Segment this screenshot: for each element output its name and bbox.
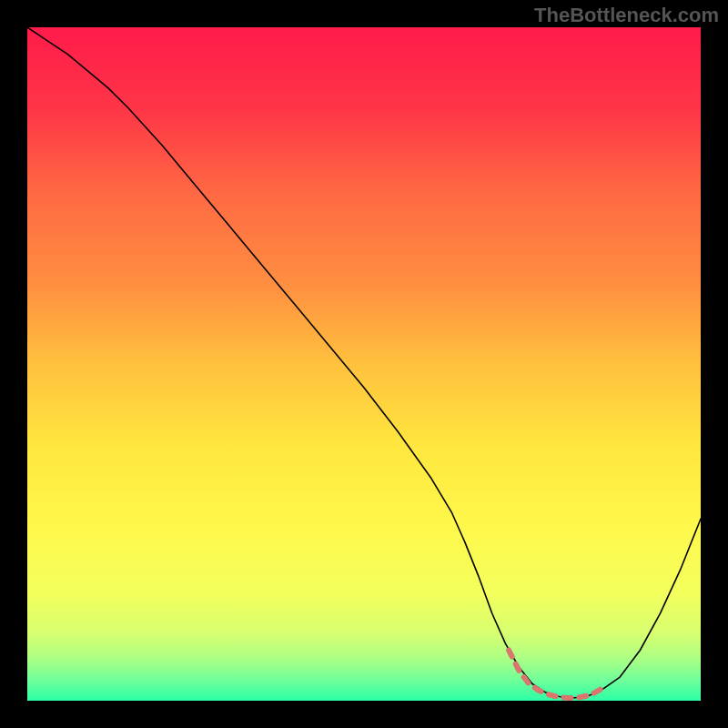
chart-container <box>27 27 701 701</box>
watermark-text: TheBottleneck.com <box>534 4 719 27</box>
chart-svg <box>27 27 701 701</box>
plot-background <box>27 27 701 701</box>
